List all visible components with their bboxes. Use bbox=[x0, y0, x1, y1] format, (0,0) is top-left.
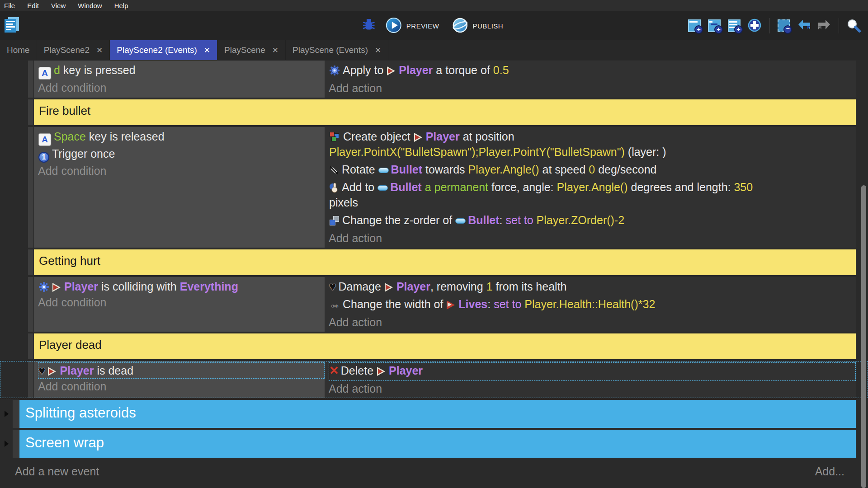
player-object-icon bbox=[387, 66, 396, 76]
group-expand-arrow[interactable] bbox=[5, 441, 9, 447]
comment-row: Player dead bbox=[0, 333, 868, 359]
event-row: ASpace key is released1Trigger once Add … bbox=[0, 127, 868, 248]
redo-icon bbox=[817, 27, 831, 34]
redo-button[interactable] bbox=[817, 19, 831, 33]
actions-cell: ✕Delete Player Add action bbox=[325, 361, 856, 398]
action-line[interactable]: Create object Player at position bbox=[329, 129, 855, 144]
action-line[interactable]: ↔Change the width of Lives: set to Playe… bbox=[329, 296, 855, 312]
add-subevent-button[interactable]: + bbox=[708, 19, 722, 33]
delete-cross-icon: ✕ bbox=[329, 364, 339, 377]
preview-play-icon bbox=[386, 17, 402, 35]
add-more-link[interactable]: Add... bbox=[815, 465, 844, 478]
player-object-icon bbox=[384, 282, 394, 292]
action-line[interactable]: Add to Bullet a permanent force, angle: … bbox=[329, 179, 855, 195]
health-heart-icon: ♥ bbox=[329, 280, 336, 293]
action-line[interactable]: ♥Damage Player, removing 1 from its heal… bbox=[329, 279, 855, 294]
publish-globe-icon bbox=[452, 17, 468, 35]
condition-line[interactable]: ♥Player is dead bbox=[38, 363, 324, 378]
player-object-icon bbox=[377, 366, 386, 376]
add-action-link[interactable]: Add action bbox=[329, 381, 856, 396]
publish-button[interactable]: PUBLISH bbox=[449, 17, 506, 35]
comment-row: Fire bullet bbox=[0, 99, 868, 125]
group-event[interactable]: Splitting asteroids bbox=[19, 400, 856, 428]
menu-window[interactable]: Window bbox=[78, 2, 102, 9]
conditions-cell: Player is colliding with Everything Add … bbox=[34, 277, 325, 332]
add-comment-button[interactable]: + bbox=[728, 19, 742, 33]
tab-playscene2[interactable]: PlayScene2 ✕ bbox=[37, 40, 110, 60]
condition-line[interactable]: 1Trigger once bbox=[38, 146, 324, 163]
action-line[interactable]: Rotate Bullet towards Player.Angle() at … bbox=[329, 162, 855, 177]
search-button[interactable] bbox=[846, 19, 861, 33]
event-row: Player is colliding with Everything Add … bbox=[0, 277, 868, 332]
conditions-cell: Ad key is pressed Add condition bbox=[34, 61, 325, 98]
keyboard-icon: A bbox=[38, 67, 51, 80]
menu-edit[interactable]: Edit bbox=[27, 2, 39, 9]
keyboard-icon: A bbox=[38, 133, 51, 146]
condition-line[interactable]: Player is colliding with Everything bbox=[38, 279, 324, 294]
preview-button[interactable]: PREVIEW bbox=[383, 17, 442, 35]
condition-line[interactable]: Ad key is pressed bbox=[38, 62, 324, 80]
tab-home[interactable]: Home bbox=[0, 40, 37, 60]
add-condition-link[interactable]: Add condition bbox=[38, 379, 325, 394]
z-order-icon bbox=[329, 216, 340, 226]
comment-event[interactable]: Player dead bbox=[34, 333, 856, 359]
comment-event[interactable]: Getting hurt bbox=[34, 249, 856, 275]
conditions-cell: ASpace key is released1Trigger once Add … bbox=[34, 127, 325, 248]
add-condition-link[interactable]: Add condition bbox=[38, 80, 325, 95]
tab-label: PlayScene2 (Events) bbox=[117, 45, 197, 55]
player-object-icon bbox=[414, 132, 423, 142]
close-icon[interactable]: ✕ bbox=[272, 47, 278, 54]
actions-cell: Apply to Player a torque of 0.5 Add acti… bbox=[325, 61, 856, 98]
comment-row: Getting hurt bbox=[0, 249, 868, 275]
undo-icon bbox=[797, 27, 811, 34]
sheet-footer: Add a new event Add... bbox=[0, 460, 868, 478]
event-handle bbox=[28, 277, 33, 332]
toolbar: PREVIEW PUBLISH +++− bbox=[0, 11, 868, 40]
add-condition-link[interactable]: Add condition bbox=[38, 295, 325, 310]
menu-help[interactable]: Help bbox=[114, 2, 128, 9]
vertical-scrollbar-thumb[interactable] bbox=[861, 185, 866, 488]
conditions-cell: ♥Player is dead Add condition bbox=[34, 361, 325, 398]
project-manager-icon[interactable] bbox=[3, 16, 21, 36]
tab-label: PlayScene2 bbox=[44, 45, 90, 55]
close-icon[interactable]: ✕ bbox=[96, 47, 103, 54]
group-event[interactable]: Screen wrap bbox=[19, 430, 856, 458]
close-icon[interactable]: ✕ bbox=[375, 47, 381, 54]
close-icon[interactable]: ✕ bbox=[204, 47, 210, 54]
condition-line[interactable]: ASpace key is released bbox=[38, 129, 324, 146]
health-heart-icon: ♥ bbox=[38, 364, 45, 377]
add-action-link[interactable]: Add action bbox=[329, 230, 856, 246]
debugger-icon[interactable] bbox=[362, 18, 376, 33]
action-line[interactable]: pixels bbox=[329, 195, 855, 210]
group-row: Screen wrap bbox=[0, 430, 868, 458]
comment-event[interactable]: Fire bullet bbox=[34, 99, 856, 125]
undo-button[interactable] bbox=[797, 19, 811, 33]
menu-file[interactable]: File bbox=[4, 2, 15, 9]
bullet-object-icon bbox=[455, 218, 466, 224]
tab-playscene2-events[interactable]: PlayScene2 (Events) ✕ bbox=[110, 40, 217, 60]
add-more-button[interactable] bbox=[748, 19, 762, 33]
force-hand-icon bbox=[329, 182, 339, 193]
add-condition-link[interactable]: Add condition bbox=[38, 163, 325, 178]
bullet-object-icon bbox=[377, 185, 388, 191]
add-action-link[interactable]: Add action bbox=[329, 314, 856, 330]
add-action-link[interactable]: Add action bbox=[329, 80, 856, 96]
menu-view[interactable]: View bbox=[51, 2, 66, 9]
event-handle bbox=[28, 249, 33, 275]
add-event-button[interactable]: + bbox=[688, 19, 703, 33]
event-row: Ad key is pressed Add condition Apply to… bbox=[0, 61, 868, 98]
action-line[interactable]: Change the z-order of Bullet: set to Pla… bbox=[329, 212, 855, 228]
action-line[interactable]: Apply to Player a torque of 0.5 bbox=[329, 62, 855, 78]
add-more-icon bbox=[748, 27, 762, 34]
publish-label: PUBLISH bbox=[472, 22, 503, 30]
group-row: Splitting asteroids bbox=[0, 400, 868, 428]
tab-playscene[interactable]: PlayScene ✕ bbox=[217, 40, 286, 60]
search-icon bbox=[846, 27, 861, 34]
tab-playscene-events[interactable]: PlayScene (Events) ✕ bbox=[286, 40, 388, 60]
add-new-event-link[interactable]: Add a new event bbox=[15, 465, 99, 478]
action-line[interactable]: ✕Delete Player bbox=[329, 363, 855, 378]
action-line[interactable]: Player.PointX("BulletSpawn");Player.Poin… bbox=[329, 144, 855, 160]
delete-selection-button[interactable]: − bbox=[777, 19, 792, 33]
group-expand-arrow[interactable] bbox=[5, 411, 9, 417]
preview-label: PREVIEW bbox=[406, 22, 439, 30]
